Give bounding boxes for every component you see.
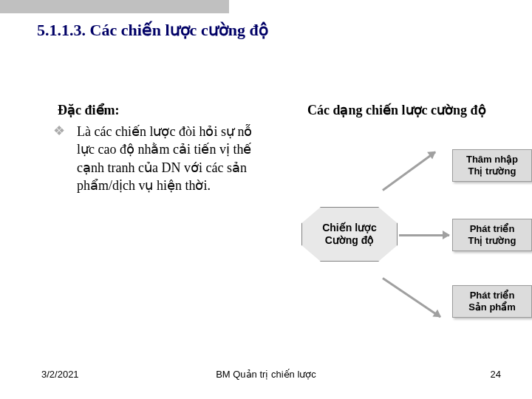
box-line2: Thị trường (468, 235, 516, 247)
center-node-line2: Cường độ (325, 234, 375, 247)
box-line1: Phát triển (470, 290, 515, 301)
diagram-box-market-penetration: Thâm nhập Thị trường (452, 149, 532, 182)
arrow-icon (399, 234, 449, 236)
strategy-diagram: Chiến lược Cường độ Thâm nhập Thị trường… (288, 139, 532, 324)
center-node-line1: Chiến lược (322, 222, 377, 234)
arrow-icon (382, 277, 441, 318)
footer-center: BM Quản trị chiến lược (0, 369, 532, 380)
box-line2: Sản phẩm (468, 301, 516, 313)
box-line1: Phát triển (470, 223, 515, 235)
diagram-box-product-development: Phát triển Sản phẩm (452, 285, 532, 318)
arrow-icon (382, 151, 436, 191)
diamond-bullet-icon: ❖ (53, 124, 65, 137)
footer-page-number: 24 (491, 369, 501, 380)
right-subtitle: Các dạng chiến lược cường độ (307, 102, 486, 118)
top-bar-decoration (0, 0, 229, 13)
left-column: Đặc điểm: ❖ Là các chiến lược đòi hỏi sự… (58, 102, 265, 194)
left-subtitle: Đặc điểm: (58, 102, 265, 118)
slide-heading: 5.1.1.3. Các chiến lược cường độ (37, 21, 268, 40)
diagram-box-market-development: Phát triển Thị trường (452, 219, 532, 251)
bullet-item: ❖ Là các chiến lược đòi hỏi sự nỗ lực ca… (58, 123, 265, 194)
box-line1: Thâm nhập (466, 154, 518, 166)
box-line2: Thị trường (468, 166, 516, 177)
diagram-center-node: Chiến lược Cường độ (301, 207, 398, 262)
bullet-text: Là các chiến lược đòi hỏi sự nỗ lực cao … (77, 123, 265, 194)
